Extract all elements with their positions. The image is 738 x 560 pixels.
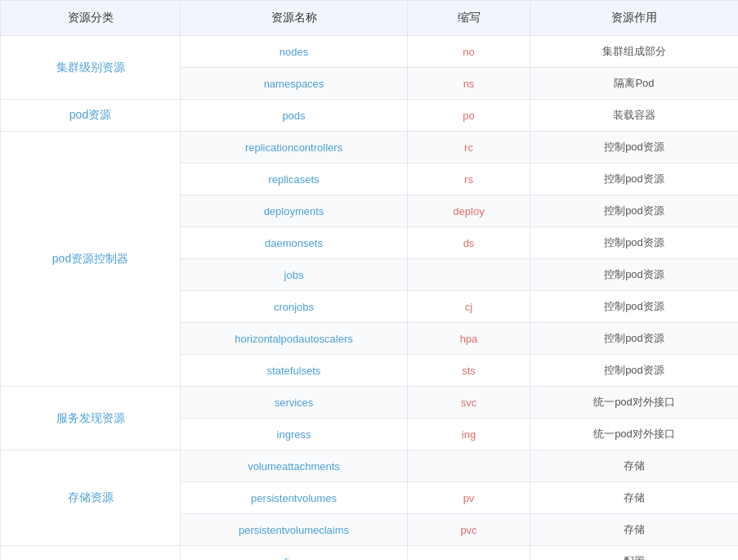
resource-name-cell: deployments [181,195,408,227]
table-row: 服务发现资源servicessvc统一pod对外接口 [1,387,739,419]
category-cell: 服务发现资源 [1,387,181,450]
usage-cell: 控制pod资源 [530,227,739,259]
table-header-row: 资源分类 资源名称 缩写 资源作用 [1,1,739,36]
table-row: 存储资源volumeattachments存储 [1,450,739,482]
resource-name-cell: nodes [181,36,408,68]
usage-cell: 控制pod资源 [530,132,739,164]
category-cell: pod资源控制器 [1,132,181,387]
abbreviation-cell: pv [408,482,530,514]
abbreviation-cell [408,259,530,291]
resource-name-cell: persistentvolumes [181,482,408,514]
abbreviation-cell: ds [408,227,530,259]
usage-cell: 存储 [530,482,739,514]
abbreviation-cell: ing [408,419,530,450]
resource-name-cell: namespaces [181,68,408,100]
table-body: 集群级别资源nodesno集群组成部分namespacesns隔离Podpod资… [1,36,739,561]
resource-name-cell: volumeattachments [181,450,408,482]
usage-cell: 控制pod资源 [530,355,739,387]
resource-name-cell: replicasets [181,164,408,195]
category-cell: 存储资源 [1,450,181,546]
abbreviation-cell [408,450,530,482]
abbreviation-cell: rc [408,132,530,164]
usage-cell: 统一pod对外接口 [530,419,739,450]
abbreviation-cell: cm [408,546,530,561]
usage-cell: 控制pod资源 [530,323,739,355]
resource-name-cell: jobs [181,259,408,291]
abbreviation-cell: svc [408,387,530,419]
resource-name-cell: services [181,387,408,419]
table-row: 集群级别资源nodesno集群组成部分 [1,36,739,68]
resource-name-cell: cronjobs [181,291,408,323]
abbreviation-cell: deploy [408,195,530,227]
resource-name-cell: daemonsets [181,227,408,259]
resource-name-cell: ingress [181,419,408,450]
header-category: 资源分类 [1,1,181,36]
category-cell: 集群级别资源 [1,36,181,100]
usage-cell: 配置 [530,546,739,561]
resource-name-cell: statefulsets [181,355,408,387]
usage-cell: 存储 [530,450,739,482]
resource-name-cell: horizontalpodautoscalers [181,323,408,355]
abbreviation-cell: po [408,100,530,132]
usage-cell: 控制pod资源 [530,195,739,227]
usage-cell: 装载容器 [530,100,739,132]
usage-cell: 控制pod资源 [530,164,739,195]
usage-cell: 隔离Pod [530,68,739,100]
usage-cell: 控制pod资源 [530,259,739,291]
table-row: pod资源podspo装载容器 [1,100,739,132]
header-name: 资源名称 [181,1,408,36]
abbreviation-cell: no [408,36,530,68]
resource-name-cell: replicationcontrollers [181,132,408,164]
header-usage: 资源作用 [530,1,739,36]
header-abbr: 缩写 [408,1,530,36]
category-cell: 配置资源 [1,546,181,561]
abbreviation-cell: cj [408,291,530,323]
resource-name-cell: configmaps [181,546,408,561]
abbreviation-cell: hpa [408,323,530,355]
usage-cell: 集群组成部分 [530,36,739,68]
category-cell: pod资源 [1,100,181,132]
usage-cell: 统一pod对外接口 [530,387,739,419]
resource-table: 资源分类 资源名称 缩写 资源作用 集群级别资源nodesno集群组成部分nam… [0,0,738,560]
abbreviation-cell: pvc [408,514,530,546]
table-row: 配置资源configmapscm配置 [1,546,739,561]
table-row: pod资源控制器replicationcontrollersrc控制pod资源 [1,132,739,164]
abbreviation-cell: ns [408,68,530,100]
resource-name-cell: persistentvolumeclaims [181,514,408,546]
usage-cell: 存储 [530,514,739,546]
resource-name-cell: pods [181,100,408,132]
table-container: 资源分类 资源名称 缩写 资源作用 集群级别资源nodesno集群组成部分nam… [0,0,738,560]
abbreviation-cell: rs [408,164,530,195]
abbreviation-cell: sts [408,355,530,387]
usage-cell: 控制pod资源 [530,291,739,323]
